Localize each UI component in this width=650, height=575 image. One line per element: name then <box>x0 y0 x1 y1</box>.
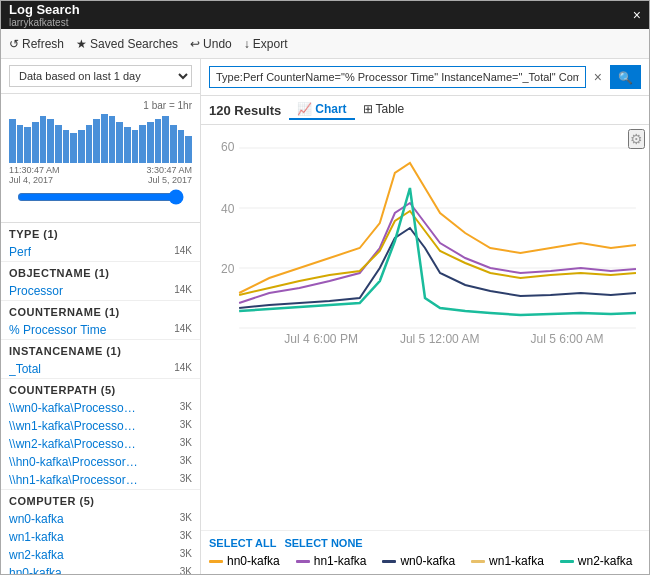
histogram-bar <box>178 130 185 163</box>
search-clear-button[interactable]: × <box>590 69 606 85</box>
legend-item[interactable]: hn1-kafka <box>296 554 367 568</box>
saved-searches-icon: ★ <box>76 37 87 51</box>
undo-icon: ↩ <box>190 37 200 51</box>
facet-count: 3K <box>180 437 192 451</box>
histogram-bar <box>32 122 39 163</box>
histogram-bar <box>116 122 123 163</box>
results-header: 120 Results 📈 Chart ⊞ Table <box>201 96 649 125</box>
facet-title: COMPUTER (5) <box>1 490 200 510</box>
facet-count: 3K <box>180 455 192 469</box>
histogram-bar <box>132 130 139 163</box>
facet-section: COUNTERPATH (5)\\wn0-kafka\Processor(_To… <box>1 379 200 490</box>
close-button[interactable]: × <box>633 7 641 23</box>
chart-svg: 60 40 20 Jul 4 6:00 PM Jul 5 12:00 AM Ju… <box>209 133 641 353</box>
results-count: 120 Results <box>209 103 281 118</box>
legend-color-swatch <box>296 560 310 563</box>
facet-label: wn0-kafka <box>9 512 64 526</box>
facet-count: 3K <box>180 473 192 487</box>
legend-label: wn0-kafka <box>400 554 455 568</box>
facet-row[interactable]: Perf14K <box>1 243 200 261</box>
facet-row[interactable]: wn2-kafka3K <box>1 546 200 564</box>
time-range-slider[interactable] <box>17 189 184 205</box>
legend-color-swatch <box>209 560 223 563</box>
facet-label: \\wn1-kafka\Processor(_Total)\% Processo… <box>9 419 139 433</box>
facet-row[interactable]: _Total14K <box>1 360 200 378</box>
facet-count: 14K <box>174 245 192 259</box>
slider-track <box>9 185 192 216</box>
window-subtitle: larrykafkatest <box>9 17 80 28</box>
facet-row[interactable]: wn1-kafka3K <box>1 528 200 546</box>
histogram-label: 1 bar = 1hr <box>9 100 192 111</box>
facet-title: INSTANCENAME (1) <box>1 340 200 360</box>
toolbar: ↺ Refresh ★ Saved Searches ↩ Undo ↓ Expo… <box>1 29 649 59</box>
histogram-bar <box>9 119 16 163</box>
facet-count: 14K <box>174 323 192 337</box>
export-button[interactable]: ↓ Export <box>244 37 288 51</box>
legend-color-swatch <box>560 560 574 563</box>
select-none-button[interactable]: SELECT NONE <box>284 537 362 549</box>
legend-area: SELECT ALL SELECT NONE hn0-kafkahn1-kafk… <box>201 530 649 574</box>
facet-label: _Total <box>9 362 41 376</box>
export-icon: ↓ <box>244 37 250 51</box>
search-bar: × 🔍 <box>201 59 649 96</box>
histogram-area: 1 bar = 1hr 11:30:47 AMJul 4, 2017 3:30:… <box>1 94 200 223</box>
chart-settings-button[interactable]: ⚙ <box>628 129 645 149</box>
legend-item[interactable]: wn1-kafka <box>471 554 544 568</box>
svg-text:Jul 4 6:00 PM: Jul 4 6:00 PM <box>284 332 358 346</box>
facet-section: OBJECTNAME (1)Processor14K <box>1 262 200 301</box>
tab-table[interactable]: ⊞ Table <box>355 100 413 120</box>
main-content: Data based on last 1 day Last 6 hours La… <box>1 59 649 574</box>
saved-searches-button[interactable]: ★ Saved Searches <box>76 37 178 51</box>
facet-title: COUNTERPATH (5) <box>1 379 200 399</box>
refresh-icon: ↺ <box>9 37 19 51</box>
facet-count: 14K <box>174 284 192 298</box>
histogram-bar <box>185 136 192 164</box>
histogram-bar <box>147 122 154 163</box>
facet-row[interactable]: Processor14K <box>1 282 200 300</box>
facet-label: wn1-kafka <box>9 530 64 544</box>
legend-actions: SELECT ALL SELECT NONE <box>209 537 641 549</box>
facet-row[interactable]: \\wn2-kafka\Processor(_Total)\% Processo… <box>1 435 200 453</box>
select-all-button[interactable]: SELECT ALL <box>209 537 276 549</box>
time-end: 3:30:47 AMJul 5, 2017 <box>146 165 192 185</box>
facet-row[interactable]: hn0-kafka3K <box>1 564 200 574</box>
legend-item[interactable]: wn0-kafka <box>382 554 455 568</box>
facet-label: \\wn0-kafka\Processor(_Total)\% Processo… <box>9 401 139 415</box>
facet-row[interactable]: \\hn1-kafka\Processor(_Total)\% Processo… <box>1 471 200 489</box>
search-input[interactable] <box>209 66 586 88</box>
facet-count: 3K <box>180 419 192 433</box>
facet-count: 14K <box>174 362 192 376</box>
facet-row[interactable]: % Processor Time14K <box>1 321 200 339</box>
histogram-bar <box>63 130 70 163</box>
facet-count: 3K <box>180 512 192 526</box>
undo-button[interactable]: ↩ Undo <box>190 37 232 51</box>
time-filter-select[interactable]: Data based on last 1 day Last 6 hours La… <box>9 65 192 87</box>
svg-text:40: 40 <box>221 202 235 216</box>
search-go-button[interactable]: 🔍 <box>610 65 641 89</box>
facet-count: 3K <box>180 401 192 415</box>
facet-row[interactable]: \\wn1-kafka\Processor(_Total)\% Processo… <box>1 417 200 435</box>
histogram-bar <box>55 125 62 164</box>
refresh-button[interactable]: ↺ Refresh <box>9 37 64 51</box>
window-title: Log Search <box>9 2 80 17</box>
left-panel: Data based on last 1 day Last 6 hours La… <box>1 59 201 574</box>
facet-row[interactable]: \\hn0-kafka\Processor(_Total)\% Processo… <box>1 453 200 471</box>
tab-chart-label: Chart <box>315 102 346 116</box>
histogram-bar <box>139 125 146 164</box>
search-icon: 🔍 <box>618 71 633 85</box>
facet-count: 3K <box>180 530 192 544</box>
facet-row[interactable]: \\wn0-kafka\Processor(_Total)\% Processo… <box>1 399 200 417</box>
facet-label: \\wn2-kafka\Processor(_Total)\% Processo… <box>9 437 139 451</box>
legend-item[interactable]: wn2-kafka <box>560 554 633 568</box>
right-panel: × 🔍 120 Results 📈 Chart ⊞ Table <box>201 59 649 574</box>
legend-label: wn1-kafka <box>489 554 544 568</box>
app-window: Log Search larrykafkatest × ↺ Refresh ★ … <box>0 0 650 575</box>
svg-text:Jul 5 6:00 AM: Jul 5 6:00 AM <box>530 332 603 346</box>
facet-title: OBJECTNAME (1) <box>1 262 200 282</box>
histogram-bar <box>78 130 85 163</box>
tab-chart[interactable]: 📈 Chart <box>289 100 354 120</box>
title-bar-info: Log Search larrykafkatest <box>9 2 80 28</box>
facet-row[interactable]: wn0-kafka3K <box>1 510 200 528</box>
legend-item[interactable]: hn0-kafka <box>209 554 280 568</box>
facet-section: INSTANCENAME (1)_Total14K <box>1 340 200 379</box>
